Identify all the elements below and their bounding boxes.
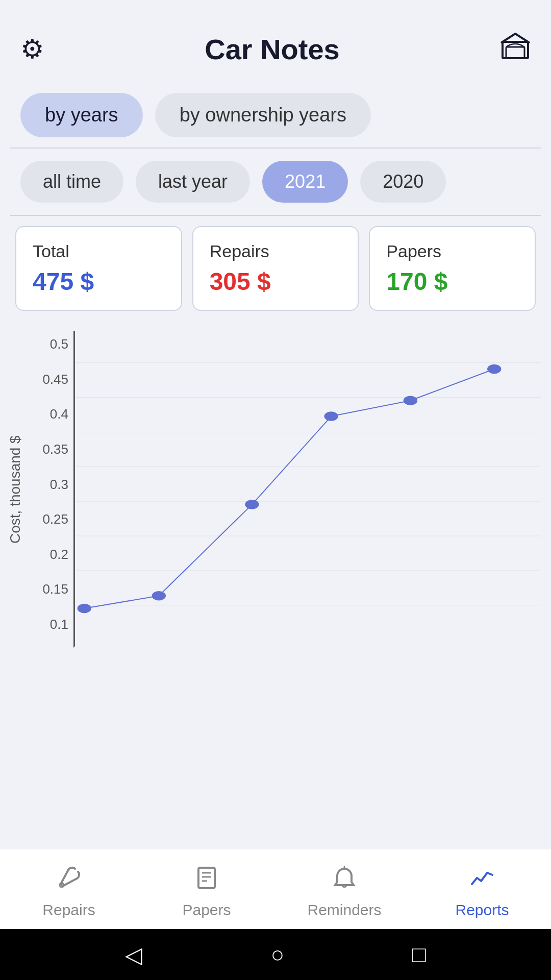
chart-inner: 0.1 0.15 0.2 0.25 0.3 0.35 0.4 0.45 0.5	[28, 331, 541, 648]
android-back-button[interactable]: ◁	[125, 942, 142, 968]
android-home-button[interactable]: ○	[270, 942, 284, 967]
reports-icon	[469, 865, 495, 897]
y-label-4: 0.3	[28, 477, 68, 493]
y-label-7: 0.45	[28, 372, 68, 387]
y-axis-label: Cost, thousand $	[5, 331, 26, 648]
y-label-1: 0.15	[28, 581, 68, 597]
nav-reminders-label: Reminders	[307, 901, 381, 919]
svg-point-13	[324, 411, 338, 421]
filter-all-time[interactable]: all time	[20, 161, 123, 203]
filter-row-1: by years by ownership years	[0, 83, 551, 148]
papers-value: 170 $	[386, 267, 518, 296]
svg-point-15	[487, 364, 501, 374]
filter-by-ownership-years[interactable]: by ownership years	[155, 93, 371, 137]
papers-card: Papers 170 $	[369, 226, 536, 311]
android-recent-button[interactable]: □	[412, 942, 426, 967]
settings-icon[interactable]: ⚙	[20, 34, 44, 64]
chart-container: Cost, thousand $ 0.1 0.15 0.2 0.25 0.3 0…	[0, 321, 551, 849]
nav-repairs-label: Repairs	[42, 901, 95, 919]
repairs-label: Repairs	[210, 241, 342, 261]
svg-point-11	[152, 591, 166, 601]
nav-reports[interactable]: Reports	[413, 860, 551, 924]
y-label-3: 0.25	[28, 511, 68, 527]
total-card: Total 475 $	[15, 226, 182, 311]
bottom-nav: Repairs Papers Reminders R	[0, 849, 551, 929]
papers-icon	[193, 865, 220, 897]
app-title: Car Notes	[44, 33, 500, 66]
filter-2020[interactable]: 2020	[360, 161, 446, 203]
papers-label: Papers	[386, 241, 518, 261]
y-label-0: 0.1	[28, 617, 68, 632]
repairs-icon	[56, 865, 82, 897]
filter-row-2: all time last year 2021 2020	[0, 149, 551, 215]
nav-papers[interactable]: Papers	[138, 860, 276, 924]
header: ⚙ Car Notes	[0, 0, 551, 83]
filter-last-year[interactable]: last year	[136, 161, 250, 203]
total-value: 475 $	[33, 267, 165, 296]
chart-wrap: Cost, thousand $ 0.1 0.15 0.2 0.25 0.3 0…	[5, 331, 541, 648]
filter-2021[interactable]: 2021	[262, 161, 348, 203]
line-chart	[75, 331, 541, 646]
y-label-5: 0.35	[28, 442, 68, 457]
svg-point-12	[245, 500, 259, 509]
chart-plot	[73, 331, 541, 648]
summary-cards: Total 475 $ Repairs 305 $ Papers 170 $	[0, 216, 551, 321]
nav-reports-label: Reports	[455, 901, 509, 919]
repairs-value: 305 $	[210, 267, 342, 296]
car-garage-icon[interactable]	[500, 31, 531, 67]
android-nav-bar: ◁ ○ □	[0, 929, 551, 980]
y-label-8: 0.5	[28, 336, 68, 352]
total-label: Total	[33, 241, 165, 261]
svg-point-10	[78, 604, 91, 614]
y-label-6: 0.4	[28, 406, 68, 422]
y-label-2: 0.2	[28, 547, 68, 562]
nav-repairs[interactable]: Repairs	[0, 860, 138, 924]
filter-by-years[interactable]: by years	[20, 93, 143, 137]
y-labels: 0.1 0.15 0.2 0.25 0.3 0.35 0.4 0.45 0.5	[28, 331, 73, 648]
nav-reminders[interactable]: Reminders	[276, 860, 413, 924]
reminders-icon	[331, 865, 358, 897]
svg-rect-1	[506, 47, 524, 58]
nav-papers-label: Papers	[182, 901, 231, 919]
repairs-card: Repairs 305 $	[192, 226, 359, 311]
svg-point-14	[404, 396, 417, 405]
svg-rect-17	[198, 868, 215, 888]
